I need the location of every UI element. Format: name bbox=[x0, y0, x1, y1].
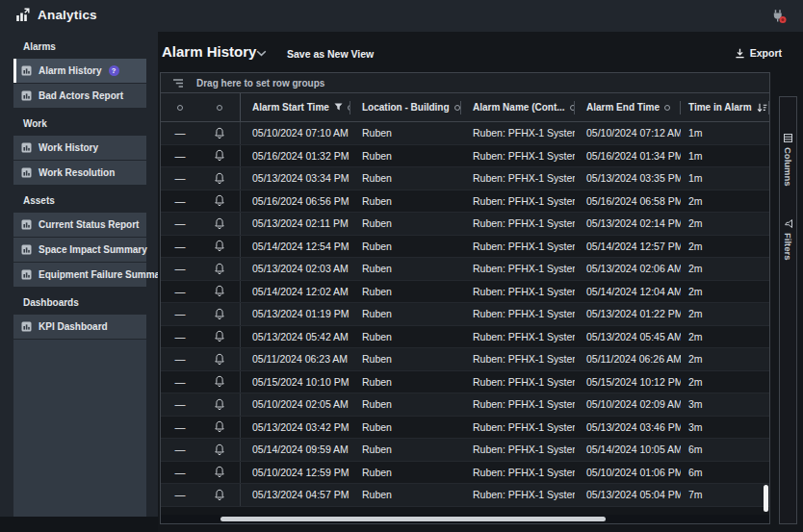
alarm-start-time-cell: 05/10/2024 12:59 PM bbox=[241, 462, 350, 484]
sidebar-item-label: Bad Actors Report bbox=[39, 90, 123, 101]
table-row[interactable]: — 05/13/2024 01:19 PMRubenRuben: PFHX-1 … bbox=[161, 303, 769, 326]
sidebar-item-kpi-dashboard[interactable]: KPI Dashboard bbox=[13, 315, 146, 339]
column-header-alarm-start-time[interactable]: Alarm Start Time bbox=[241, 93, 350, 121]
tab-filters[interactable]: Filters bbox=[783, 219, 793, 261]
app-title: Analytics bbox=[38, 8, 97, 22]
alarm-bell-cell[interactable] bbox=[199, 393, 241, 416]
time-in-alarm-cell: 2m bbox=[681, 348, 769, 370]
no-expand-dash: — bbox=[175, 489, 186, 500]
alarm-bell-cell[interactable] bbox=[199, 462, 241, 484]
export-label: Export bbox=[750, 47, 782, 59]
table-row[interactable]: — 05/14/2024 12:54 PMRubenRuben: PFHX-1 … bbox=[161, 236, 769, 259]
alarm-name-cell: Ruben: PFHX-1 System A... bbox=[461, 236, 575, 258]
alarm-bell-cell[interactable] bbox=[199, 348, 241, 370]
sidebar-item-bad-actors-report[interactable]: Bad Actors Report bbox=[13, 84, 146, 108]
alarm-bell-cell[interactable] bbox=[199, 326, 241, 348]
sidebar-item-work-resolution[interactable]: Work Resolution bbox=[13, 161, 146, 185]
row-groups-icon bbox=[172, 78, 184, 89]
alarm-start-time-cell: 05/16/2024 01:32 PM bbox=[241, 145, 350, 167]
sort-descending-icon bbox=[757, 103, 767, 113]
location-building-cell: Ruben bbox=[350, 303, 461, 325]
alarm-bell-cell[interactable] bbox=[199, 145, 241, 167]
alarm-history-grid: Drag here to set row groups Alarm Start … bbox=[160, 72, 770, 524]
horizontal-scrollbar[interactable] bbox=[220, 517, 606, 521]
view-dropdown-button[interactable] bbox=[256, 50, 267, 57]
table-row[interactable]: — 05/10/2024 12:59 PMRubenRuben: PFHX-1 … bbox=[161, 462, 769, 485]
row-group-drop-zone[interactable]: Drag here to set row groups bbox=[161, 73, 769, 93]
table-row[interactable]: — 05/13/2024 03:34 PMRubenRuben: PFHX-1 … bbox=[161, 167, 769, 190]
sidebar-item-label: Space Impact Summary bbox=[39, 244, 147, 255]
export-button[interactable]: Export bbox=[735, 47, 782, 59]
row-expand-cell: — bbox=[161, 303, 199, 325]
alarm-name-cell: Ruben: PFHX-1 System A... bbox=[461, 348, 575, 370]
sidebar-item-alarm-history[interactable]: Alarm History? bbox=[13, 59, 146, 83]
table-row[interactable]: — 05/10/2024 07:10 AMRubenRuben: PFHX-1 … bbox=[161, 122, 769, 145]
no-expand-dash: — bbox=[175, 195, 186, 207]
table-row[interactable]: — 05/13/2024 03:42 PMRubenRuben: PFHX-1 … bbox=[161, 417, 769, 440]
location-building-cell: Ruben bbox=[350, 258, 461, 280]
table-row[interactable]: — 05/10/2024 02:05 AMRubenRuben: PFHX-1 … bbox=[161, 393, 769, 417]
alarm-name-cell: Ruben: PFHX-1 System A... bbox=[461, 393, 575, 416]
alarm-bell-cell[interactable] bbox=[199, 303, 241, 325]
alarm-bell-cell[interactable] bbox=[199, 417, 241, 439]
table-row[interactable]: — 05/13/2024 04:57 PMRubenRuben: PFHX-1 … bbox=[161, 484, 769, 507]
column-header-location-building[interactable]: Location - Building bbox=[350, 93, 461, 121]
vertical-scrollbar[interactable] bbox=[764, 485, 768, 512]
alarm-bell-cell[interactable] bbox=[199, 281, 241, 303]
column-header-alarm-end-time[interactable]: Alarm End Time bbox=[575, 93, 681, 121]
tab-label: Columns bbox=[783, 147, 793, 187]
alarm-bell-cell[interactable] bbox=[199, 122, 241, 144]
time-in-alarm-cell: 7m bbox=[681, 484, 769, 506]
alarm-bell-cell[interactable] bbox=[199, 190, 241, 213]
save-as-new-view-button[interactable]: Save as New View bbox=[287, 48, 374, 60]
report-icon bbox=[21, 219, 32, 230]
table-row[interactable]: — 05/16/2024 06:56 PMRubenRuben: PFHX-1 … bbox=[161, 190, 769, 214]
sidebar-item-current-status-report[interactable]: Current Status Report bbox=[13, 213, 146, 237]
tab-columns[interactable]: Columns bbox=[783, 134, 793, 187]
column-header-alarm-icon[interactable] bbox=[199, 93, 241, 121]
column-header-time-in-alarm[interactable]: Time in Alarm bbox=[681, 93, 769, 121]
filter-active-icon[interactable] bbox=[334, 103, 343, 112]
table-row[interactable]: — 05/11/2024 06:23 AMRubenRuben: PFHX-1 … bbox=[161, 348, 769, 371]
app-logo: Analytics bbox=[15, 7, 97, 22]
time-in-alarm-cell: 2m bbox=[681, 326, 769, 348]
time-in-alarm-cell: 2m bbox=[681, 213, 769, 235]
alarm-bell-cell[interactable] bbox=[199, 371, 241, 393]
alarm-name-cell: Ruben: PFHX-1 System A... bbox=[461, 258, 575, 280]
alarm-bell-cell[interactable] bbox=[199, 213, 241, 235]
sidebar-item-space-impact-summary[interactable]: Space Impact Summary bbox=[13, 238, 146, 262]
alarm-start-time-cell: 05/14/2024 12:02 AM bbox=[241, 281, 350, 303]
table-row[interactable]: — 05/13/2024 02:11 PMRubenRuben: PFHX-1 … bbox=[161, 213, 769, 236]
bell-icon bbox=[214, 398, 225, 411]
alarm-end-time-cell: 05/13/2024 03:35 PM bbox=[575, 167, 681, 190]
alarm-bell-cell[interactable] bbox=[199, 236, 241, 258]
top-bar: Analytics bbox=[0, 0, 803, 32]
alarm-start-time-cell: 05/13/2024 03:42 PM bbox=[241, 417, 350, 439]
alarm-end-time-cell: 05/13/2024 05:04 PM bbox=[575, 484, 681, 506]
column-header-expand[interactable] bbox=[161, 93, 199, 121]
alarm-bell-cell[interactable] bbox=[199, 258, 241, 280]
column-header-alarm-name[interactable]: Alarm Name (Cont... bbox=[461, 93, 575, 121]
main-content: Alarm History Save as New View Export Dr… bbox=[158, 32, 803, 532]
sidebar-item-label: KPI Dashboard bbox=[39, 321, 108, 332]
sidebar-item-work-history[interactable]: Work History bbox=[13, 136, 146, 160]
time-in-alarm-cell: 2m bbox=[681, 190, 769, 213]
alarm-bell-cell[interactable] bbox=[199, 484, 241, 506]
row-expand-cell: — bbox=[161, 439, 199, 461]
table-row[interactable]: — 05/14/2024 09:59 AMRubenRuben: PFHX-1 … bbox=[161, 439, 769, 462]
alarm-end-time-cell: 05/14/2024 12:04 AM bbox=[575, 281, 681, 303]
sidebar-item-equipment-failure-summary[interactable]: Equipment Failure Summary bbox=[13, 263, 146, 287]
column-label: Alarm End Time bbox=[586, 102, 660, 113]
no-expand-dash: — bbox=[175, 217, 186, 229]
connection-status-button[interactable] bbox=[770, 8, 788, 25]
table-row[interactable]: — 05/14/2024 12:02 AMRubenRuben: PFHX-1 … bbox=[161, 281, 769, 304]
table-row[interactable]: — 05/16/2024 01:32 PMRubenRuben: PFHX-1 … bbox=[161, 145, 769, 168]
table-row[interactable]: — 05/13/2024 02:03 AMRubenRuben: PFHX-1 … bbox=[161, 258, 769, 281]
table-row[interactable]: — 05/15/2024 10:10 PMRubenRuben: PFHX-1 … bbox=[161, 371, 769, 394]
alarm-bell-cell[interactable] bbox=[199, 167, 241, 190]
table-row[interactable]: — 05/13/2024 05:42 AMRubenRuben: PFHX-1 … bbox=[161, 326, 769, 349]
alarm-name-cell: Ruben: PFHX-1 System A... bbox=[461, 145, 575, 167]
alarm-start-time-cell: 05/13/2024 02:03 AM bbox=[241, 258, 350, 280]
alarm-bell-cell[interactable] bbox=[199, 439, 241, 461]
help-badge[interactable]: ? bbox=[109, 65, 119, 76]
